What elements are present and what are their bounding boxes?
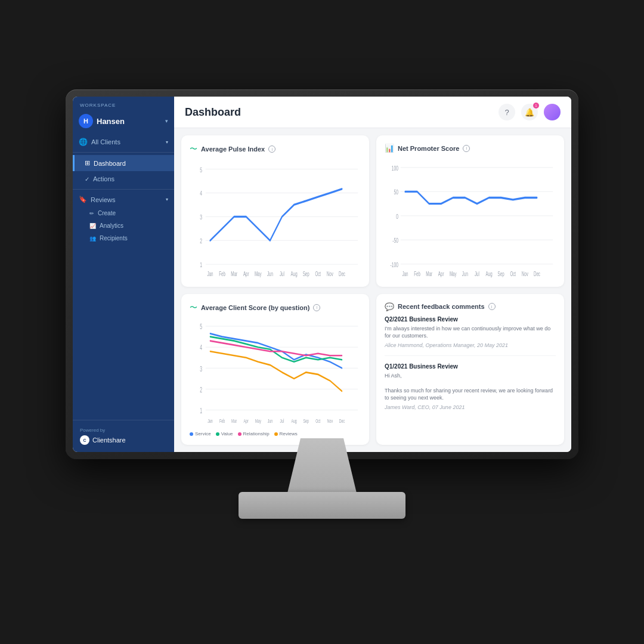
feedback-item-2-text: Hi Ash,Thanks so much for sharing your r…: [385, 372, 556, 402]
svg-text:Mar: Mar: [231, 270, 237, 277]
clientshare-icon: C: [80, 435, 89, 445]
help-icon: ?: [504, 108, 509, 117]
sidebar-reviews-section[interactable]: 🔖 Reviews ▾: [73, 192, 174, 207]
relationship-dot: [238, 432, 242, 436]
chart-legend: Service Value Relationship: [190, 431, 361, 436]
svg-text:Jul: Jul: [475, 270, 479, 277]
sidebar-item-recipients[interactable]: 👥 Recipients: [73, 232, 174, 244]
feedback-item-1: Q2/2021 Business Review I'm always inter…: [385, 316, 556, 356]
powered-by-label: Powered by: [80, 428, 167, 433]
svg-text:Aug: Aug: [486, 270, 493, 277]
avg-client-card: 〜 Average Client Score (by question) i: [181, 294, 369, 445]
svg-text:-100: -100: [391, 261, 398, 269]
svg-text:Sep: Sep: [498, 270, 504, 277]
notifications-button[interactable]: 🔔 1: [521, 104, 538, 120]
svg-text:May: May: [255, 270, 262, 277]
monitor-screen: WORKSPACE H Hansen ▾ 🌐 All Clients ▾ ⊞: [73, 97, 571, 452]
page-title: Dashboard: [185, 106, 241, 119]
brand-chevron-icon: ▾: [165, 118, 168, 124]
brand-icon: H: [79, 114, 93, 128]
bell-icon: 🔔: [525, 108, 534, 117]
sidebar-item-dashboard[interactable]: ⊞ Dashboard: [73, 155, 174, 171]
avg-pulse-title: Average Pulse Index: [201, 145, 265, 153]
svg-text:3: 3: [200, 364, 202, 373]
avg-client-info-icon[interactable]: i: [313, 304, 320, 311]
legend-value: Value: [216, 431, 233, 436]
main-content: Dashboard ? 🔔 1: [174, 97, 571, 452]
monitor-bezel: WORKSPACE H Hansen ▾ 🌐 All Clients ▾ ⊞: [66, 89, 578, 459]
legend-service: Service: [190, 431, 211, 436]
svg-text:Oct: Oct: [510, 270, 516, 277]
service-dot: [190, 432, 193, 436]
topbar: Dashboard ? 🔔 1: [174, 97, 571, 128]
net-promoter-title: Net Promoter Score: [398, 145, 459, 152]
svg-text:Sep: Sep: [303, 417, 308, 424]
user-avatar[interactable]: [544, 104, 561, 120]
avg-pulse-header: 〜 Average Pulse Index i: [190, 144, 361, 154]
avg-client-title: Average Client Score (by question): [201, 304, 309, 311]
net-promoter-info-icon[interactable]: i: [463, 145, 470, 152]
svg-text:50: 50: [394, 188, 398, 196]
feedback-item-2-title: Q1/2021 Business Review: [385, 363, 556, 370]
monitor-base: [239, 492, 405, 519]
svg-text:1: 1: [200, 261, 202, 268]
monitor: WORKSPACE H Hansen ▾ 🌐 All Clients ▾ ⊞: [66, 89, 578, 555]
svg-text:Aug: Aug: [291, 417, 296, 424]
legend-relationship: Relationship: [238, 431, 270, 436]
reviews-icon: 🔖: [79, 196, 87, 203]
svg-text:-50: -50: [392, 236, 398, 244]
pulse-chart-icon: 〜: [190, 144, 197, 154]
svg-text:5: 5: [200, 323, 202, 331]
svg-text:Oct: Oct: [315, 417, 321, 424]
sidebar-item-analytics[interactable]: 📈 Analytics: [73, 219, 174, 232]
brand-section[interactable]: H Hansen ▾: [73, 112, 174, 134]
avg-client-chart: 5 4 3 2 1 Jan Feb Mar Apr May Jun: [190, 318, 361, 428]
divider-2: [73, 189, 174, 190]
sidebar-footer: Powered by C Clientshare: [73, 420, 174, 452]
sidebar-item-actions[interactable]: ✓ Actions: [73, 171, 174, 187]
workspace-label: WORKSPACE: [73, 97, 174, 112]
svg-text:Nov: Nov: [327, 270, 333, 277]
svg-text:Feb: Feb: [219, 417, 225, 424]
analytics-icon: 📈: [89, 223, 96, 229]
help-button[interactable]: ?: [499, 104, 515, 120]
svg-text:Apr: Apr: [243, 270, 249, 277]
svg-text:Dec: Dec: [339, 417, 345, 424]
svg-text:Nov: Nov: [327, 417, 333, 424]
feedback-info-icon[interactable]: i: [488, 303, 496, 310]
reviews-chevron-icon: ▾: [166, 197, 168, 202]
value-dot: [216, 432, 219, 436]
feedback-item-1-text: I'm always interested in how we can cont…: [385, 325, 556, 340]
svg-text:Jan: Jan: [207, 270, 213, 277]
sidebar-item-create[interactable]: ✏ Create: [73, 207, 174, 219]
avg-pulse-chart: 5 4 3 2 1 Jan Feb Mar Apr May: [190, 159, 361, 278]
clientshare-logo: C Clientshare: [80, 435, 167, 445]
recent-feedback-card: 💬 Recent feedback comments i Q2/2021 Bus…: [376, 294, 564, 445]
comment-icon: 💬: [385, 302, 394, 311]
svg-text:May: May: [255, 417, 261, 424]
feedback-item-1-title: Q2/2021 Business Review: [385, 316, 556, 323]
feedback-item-2-author: James Ward, CEO, 07 June 2021: [385, 404, 556, 410]
svg-text:Jun: Jun: [267, 270, 273, 277]
svg-text:2: 2: [200, 385, 202, 394]
recipients-icon: 👥: [89, 236, 96, 242]
svg-text:Apr: Apr: [244, 417, 249, 424]
dashboard-icon: ⊞: [85, 159, 90, 167]
svg-text:3: 3: [200, 213, 202, 221]
brand-name: Hansen: [97, 117, 125, 126]
feedback-header: 💬 Recent feedback comments i: [385, 302, 556, 311]
reviews-dot: [274, 432, 278, 436]
net-promoter-header: 📊 Net Promoter Score i: [385, 144, 556, 153]
feedback-title-label: Recent feedback comments: [398, 303, 485, 310]
sidebar-all-clients[interactable]: 🌐 All Clients ▾: [73, 134, 174, 150]
bar-chart-icon: 📊: [385, 144, 394, 153]
avg-pulse-info-icon[interactable]: i: [268, 145, 275, 153]
svg-text:Sep: Sep: [303, 270, 309, 277]
svg-text:0: 0: [396, 212, 398, 221]
avg-client-header: 〜 Average Client Score (by question) i: [190, 302, 361, 313]
svg-text:Jun: Jun: [268, 417, 273, 424]
svg-text:Jul: Jul: [280, 417, 284, 424]
svg-text:4: 4: [200, 343, 202, 352]
svg-text:2: 2: [200, 237, 202, 244]
svg-text:Nov: Nov: [522, 270, 528, 277]
